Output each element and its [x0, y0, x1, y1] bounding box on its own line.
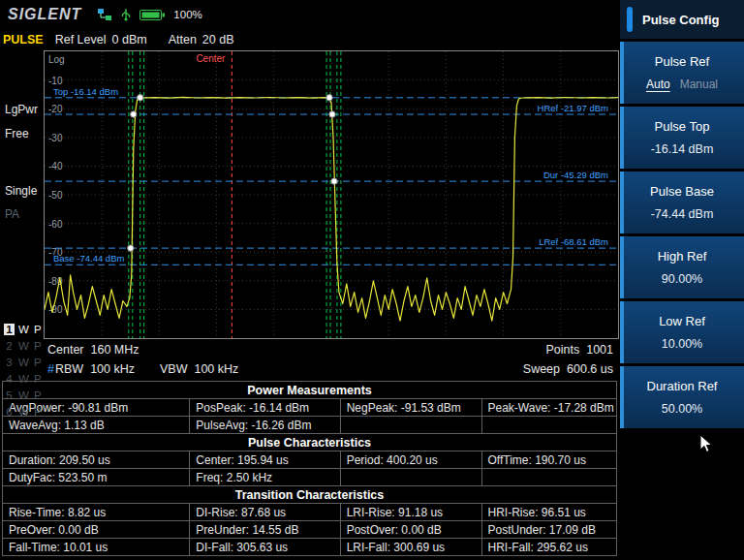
menu-item-label: Pulse Top — [655, 119, 710, 134]
svg-text:LRef -68.61 dBm: LRef -68.61 dBm — [539, 236, 608, 247]
ref-level-value[interactable]: 0 dBm — [112, 33, 147, 47]
measurement-cell — [340, 469, 481, 486]
table-row: AvgPower: -90.81 dBmPosPeak: -16.14 dBmN… — [3, 399, 617, 417]
rbw-value[interactable]: 100 kHz — [90, 362, 135, 376]
rbw-label: RBW — [55, 362, 83, 376]
rbw-manual-flag: # — [47, 362, 54, 376]
measurement-cell: HRI-Fall: 295.62 us — [481, 539, 617, 556]
axis-row-1: Center 160 MHz Points 1001 — [44, 341, 617, 358]
measurement-cell: PreUnder: 14.55 dB — [190, 521, 340, 539]
trace-mode: W P — [18, 324, 43, 335]
measurement-cell: Duration: 209.50 us — [3, 451, 190, 469]
detector-label: LgPwr — [5, 103, 38, 116]
pulse-trace-chart: Log-10-20-30-40-50-60-70-80-90CenterTop … — [45, 51, 618, 338]
table-row: Rise-Time: 8.82 usDI-Rise: 87.68 usLRI-R… — [3, 504, 617, 521]
menu-item-high-ref[interactable]: High Ref 90.00% — [620, 236, 744, 298]
menu-item-label: High Ref — [658, 249, 707, 264]
trace-indicator-1: 1W P — [4, 321, 43, 337]
axis-row-2: # RBW 100 kHz VBW 100 kHz Sweep 600.6 us — [44, 360, 617, 378]
siglent-logo: SIGLENT — [8, 6, 81, 23]
menu-item-value: 50.00% — [662, 402, 702, 416]
measurement-table: Power MeasurementsAvgPower: -90.81 dBmPo… — [2, 381, 617, 556]
waveform-plot[interactable]: Log-10-20-30-40-50-60-70-80-90CenterTop … — [44, 50, 619, 339]
measurement-cell: Freq: 2.50 kHz — [190, 469, 340, 486]
measurement-cell — [481, 417, 617, 434]
menu-item-low-ref[interactable]: Low Ref 10.00% — [620, 301, 744, 363]
preamp-label: PA — [5, 207, 19, 221]
menu-item-pulse-top[interactable]: Pulse Top -16.14 dBm — [620, 107, 744, 169]
menu-item-duration-ref[interactable]: Duration Ref 50.00% — [620, 366, 744, 428]
mouse-cursor — [699, 434, 715, 453]
table-section-title: Power Measurements — [3, 382, 617, 399]
table-row: Duration: 209.50 usCenter: 195.94 usPeri… — [3, 451, 617, 469]
table-row: Fall-Time: 10.01 usDI-Fall: 305.63 usLRI… — [3, 539, 617, 556]
menu-accent — [620, 301, 624, 363]
measurement-cell: PostOver: 0.00 dB — [340, 521, 481, 539]
svg-text:Center: Center — [196, 53, 226, 64]
table-section-row: Pulse Characteristics — [3, 434, 617, 451]
top-bar: SIGLENT 100% — [0, 0, 620, 29]
trace-mode: W P — [18, 340, 43, 352]
status-row: PULSE Ref Level 0 dBm Atten 20 dB — [0, 29, 620, 50]
trace-number: 1 — [4, 324, 15, 335]
battery-icon — [140, 9, 165, 21]
lan-icon — [97, 8, 112, 21]
table-section-row: Transition Characteristics — [3, 486, 617, 504]
measurement-cell: PulseAvg: -16.26 dBm — [190, 417, 340, 434]
analyzer-screen: SIGLENT 100% PULSE Ref Level 0 dBm — [0, 0, 744, 560]
measurement-cell: OffTime: 190.70 us — [481, 451, 617, 469]
menu-header: Pulse Config — [620, 0, 744, 39]
trace-mode: W P — [18, 357, 43, 368]
table-row: DutyFac: 523.50 mFreq: 2.50 kHz — [3, 469, 617, 486]
measurement-cell: Peak-Wave: -17.28 dBm — [481, 399, 617, 417]
measurement-cell — [481, 469, 617, 486]
option-manual[interactable]: Manual — [680, 78, 718, 91]
mode-label: PULSE — [3, 33, 44, 47]
measurement-cell — [340, 417, 481, 434]
table-row: WaveAvg: 1.13 dBPulseAvg: -16.26 dBm — [3, 417, 617, 434]
menu-item-label: Duration Ref — [647, 379, 718, 393]
measurement-cell: DI-Rise: 87.68 us — [190, 504, 340, 521]
measurement-cell: WaveAvg: 1.13 dB — [3, 417, 190, 434]
menu-item-label: Pulse Ref — [655, 54, 709, 69]
menu-item-label: Pulse Base — [650, 184, 714, 199]
measurement-cell: LRI-Rise: 91.18 us — [340, 504, 481, 521]
menu-accent — [620, 236, 624, 298]
measurement-cell: Rise-Time: 8.82 us — [3, 504, 190, 521]
vbw-value[interactable]: 100 kHz — [194, 362, 238, 376]
menu-item-pulse-ref[interactable]: Pulse Ref Auto Manual — [620, 42, 744, 104]
svg-text:HRef -21.97 dBm: HRef -21.97 dBm — [538, 103, 608, 113]
trace-number: 3 — [4, 357, 15, 368]
measurement-cell: PreOver: 0.00 dB — [3, 521, 190, 539]
svg-text:-20: -20 — [48, 104, 63, 114]
option-auto[interactable]: Auto — [646, 78, 670, 91]
menu-accent — [620, 107, 624, 169]
menu-item-pulse-base[interactable]: Pulse Base -74.44 dBm — [620, 171, 744, 233]
svg-text:-60: -60 — [48, 219, 63, 230]
atten-label: Atten — [169, 33, 197, 47]
measurement-cell: Center: 195.94 us — [190, 451, 340, 469]
pulse-ref-options: Auto Manual — [646, 78, 718, 91]
table-section-title: Transition Characteristics — [3, 486, 617, 504]
svg-text:-10: -10 — [48, 76, 63, 86]
sweep-value: 600.6 us — [567, 362, 613, 376]
usb-icon — [119, 8, 133, 21]
menu-item-value: 90.00% — [662, 272, 702, 286]
svg-text:Dur -45.29 dBm: Dur -45.29 dBm — [543, 170, 608, 180]
battery-percent: 100% — [173, 9, 202, 20]
sweep-label: Sweep — [523, 362, 560, 376]
trace-indicator-3: 3W P — [4, 354, 43, 370]
points-value: 1001 — [586, 343, 613, 357]
menu-item-value: 10.00% — [662, 337, 702, 351]
measurement-cell: AvgPower: -90.81 dBm — [3, 399, 190, 417]
table-section-row: Power Measurements — [3, 382, 617, 399]
points-label: Points — [545, 343, 579, 357]
measurement-cell: DutyFac: 523.50 m — [3, 469, 190, 486]
menu-item-label: Low Ref — [659, 314, 705, 328]
menu-accent — [620, 366, 624, 428]
menu-grip-icon — [627, 7, 633, 32]
atten-value[interactable]: 20 dB — [202, 33, 234, 47]
svg-text:-30: -30 — [48, 133, 63, 143]
center-freq-value[interactable]: 160 MHz — [91, 343, 140, 357]
table-section-title: Pulse Characteristics — [3, 434, 617, 451]
